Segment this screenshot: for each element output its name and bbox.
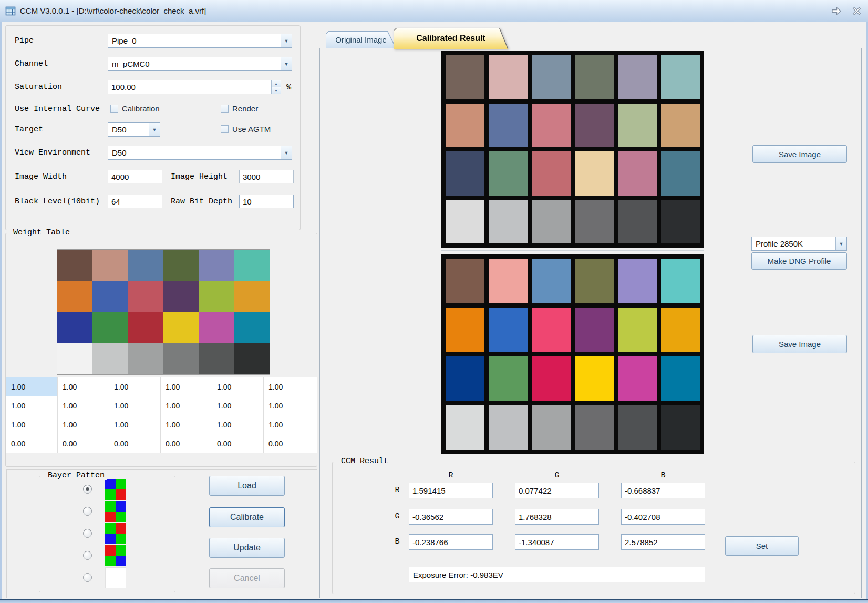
weight-cell[interactable]: 1.00	[161, 396, 212, 415]
ccm-input-br[interactable]	[409, 538, 492, 547]
load-button[interactable]: Load	[209, 476, 285, 496]
weight-cell[interactable]: 0.00	[264, 434, 315, 453]
cancel-button[interactable]: Cancel	[209, 568, 285, 588]
bayer-radio-bggr[interactable]	[83, 485, 92, 494]
make-dng-profile-button[interactable]: Make DNG Profile	[751, 252, 847, 270]
bayer-radio-rggb[interactable]	[83, 551, 92, 560]
weight-cell[interactable]: 1.00	[264, 415, 315, 434]
ccm-field-rb[interactable]	[621, 483, 705, 498]
checkbox-box[interactable]	[110, 105, 118, 113]
bayer-radio-gbrg[interactable]	[83, 507, 92, 516]
weight-cell[interactable]: 0.00	[161, 434, 212, 453]
weight-cell[interactable]: 0.00	[109, 434, 161, 453]
image-width-input[interactable]	[108, 172, 162, 181]
ccm-field-br[interactable]	[409, 534, 493, 550]
ccm-input-rg[interactable]	[515, 486, 598, 495]
weight-cell[interactable]: 1.00	[58, 377, 109, 396]
color-patch	[489, 104, 528, 148]
weight-cell[interactable]: 1.00	[58, 415, 109, 434]
pipe-value: Pipe_0	[108, 36, 281, 45]
set-button[interactable]: Set	[725, 536, 799, 556]
tab-original-image-wrap[interactable]: Original Image	[326, 32, 396, 48]
pipe-combobox[interactable]: Pipe_0 ▼	[108, 34, 292, 48]
weight-cell[interactable]: 1.00	[212, 415, 264, 434]
color-patch	[105, 501, 116, 512]
ccm-field-bg[interactable]	[515, 534, 599, 550]
image-width-field[interactable]	[108, 170, 162, 183]
chevron-down-icon[interactable]: ▼	[281, 57, 292, 70]
target-combobox[interactable]: D50 ▼	[108, 122, 160, 137]
checkbox-box[interactable]	[221, 105, 229, 113]
checkbox-box[interactable]	[221, 125, 229, 133]
image-height-input[interactable]	[240, 172, 293, 181]
spin-up-icon[interactable]: ▲	[272, 80, 281, 87]
weight-cell[interactable]: 1.00	[109, 415, 161, 434]
ccm-input-gg[interactable]	[515, 513, 598, 522]
chevron-down-icon[interactable]: ▼	[281, 34, 292, 47]
weight-cell[interactable]: 1.00	[6, 396, 58, 415]
weight-cell[interactable]: 1.00	[212, 396, 264, 415]
tab-original-image[interactable]: Original Image	[326, 32, 396, 48]
use-agtm-checkbox[interactable]: Use AGTM	[221, 125, 271, 134]
tab-calibrated-result[interactable]: Calibrated Result	[394, 28, 508, 49]
weight-table: 1.001.001.001.001.001.001.001.001.001.00…	[6, 377, 317, 453]
weight-cell[interactable]: 0.00	[58, 434, 109, 453]
ccm-input-rb[interactable]	[622, 486, 705, 495]
raw-bit-depth-field[interactable]	[239, 195, 294, 208]
ccm-input-bg[interactable]	[515, 538, 598, 547]
ccm-input-gb[interactable]	[622, 513, 705, 522]
color-patch	[661, 151, 700, 196]
black-level-input[interactable]	[108, 197, 162, 206]
ccm-field-gb[interactable]	[621, 509, 705, 525]
chevron-down-icon[interactable]: ▼	[835, 237, 846, 250]
bayer-radio-mono[interactable]	[83, 573, 92, 582]
save-image-bottom-button[interactable]: Save Image	[752, 335, 847, 353]
weight-cell[interactable]: 1.00	[161, 377, 212, 396]
color-patch	[661, 405, 700, 450]
view-environment-combobox[interactable]: D50 ▼	[108, 146, 292, 160]
profile-combobox[interactable]: Profile 2850K ▼	[751, 237, 847, 251]
ccm-field-rr[interactable]	[409, 483, 493, 498]
ccm-field-rg[interactable]	[515, 483, 599, 498]
calibrate-button[interactable]: Calibrate	[209, 507, 285, 527]
weight-cell[interactable]: 1.00	[161, 415, 212, 434]
weight-cell[interactable]: 0.00	[212, 434, 264, 453]
chevron-down-icon[interactable]: ▼	[281, 146, 292, 159]
weight-cell[interactable]: 1.00	[264, 396, 315, 415]
weight-cell[interactable]: 1.00	[212, 377, 264, 396]
float-window-icon[interactable]	[830, 6, 843, 16]
color-patch	[489, 200, 528, 244]
raw-bit-depth-input[interactable]	[240, 197, 293, 206]
ccm-input-gr[interactable]	[409, 513, 492, 522]
channel-combobox[interactable]: m_pCMC0 ▼	[108, 57, 292, 71]
spin-down-icon[interactable]: ▼	[272, 87, 281, 94]
bayer-radio-grbg[interactable]	[83, 529, 92, 538]
save-image-top-button[interactable]: Save Image	[752, 145, 847, 163]
black-level-field[interactable]	[108, 195, 162, 208]
color-patch	[446, 55, 484, 99]
image-height-field[interactable]	[239, 170, 294, 183]
color-patch	[489, 259, 528, 303]
weight-cell[interactable]: 1.00	[264, 377, 315, 396]
calibration-checkbox[interactable]: Calibration	[110, 104, 160, 113]
color-patch	[661, 356, 700, 401]
ccm-field-gr[interactable]	[409, 509, 493, 525]
weight-cell[interactable]: 1.00	[109, 377, 161, 396]
color-patch	[489, 308, 528, 352]
close-icon[interactable]	[850, 6, 863, 16]
chevron-down-icon[interactable]: ▼	[149, 123, 160, 136]
tab-calibrated-result-wrap[interactable]: Calibrated Result	[394, 28, 508, 49]
saturation-spinner[interactable]: ▲ ▼	[108, 80, 281, 94]
weight-cell[interactable]: 1.00	[109, 396, 161, 415]
ccm-input-rr[interactable]	[409, 486, 492, 495]
saturation-input[interactable]	[108, 83, 271, 91]
ccm-field-bb[interactable]	[621, 534, 705, 550]
update-button[interactable]: Update	[209, 538, 285, 558]
render-checkbox[interactable]: Render	[221, 104, 258, 113]
weight-cell[interactable]: 1.00	[6, 415, 58, 434]
weight-cell[interactable]: 1.00	[6, 377, 58, 396]
ccm-input-bb[interactable]	[622, 538, 705, 547]
weight-cell[interactable]: 0.00	[6, 434, 58, 453]
weight-cell[interactable]: 1.00	[58, 396, 109, 415]
ccm-field-gg[interactable]	[515, 509, 599, 525]
